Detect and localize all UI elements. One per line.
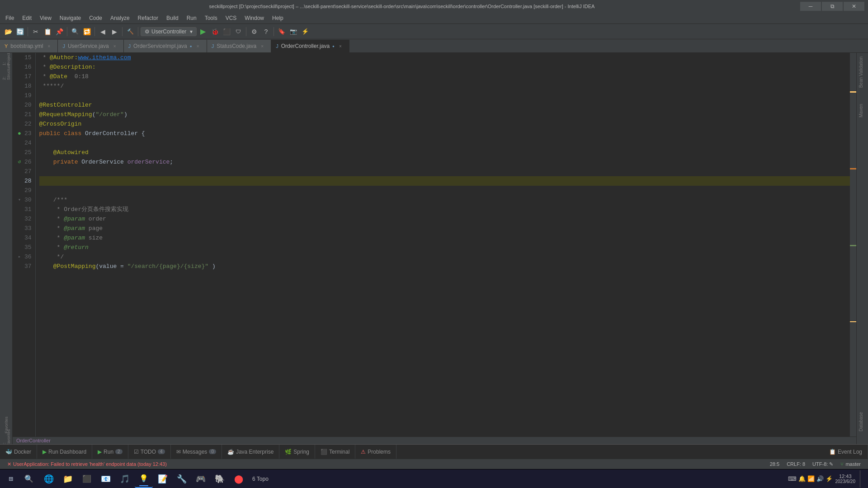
event-log-tab[interactable]: 📋 Event Log [824,445,868,459]
forward-button[interactable]: ▶ [109,26,120,37]
tray-icon-4[interactable]: 🔊 [816,475,824,482]
menu-vcs[interactable]: VCS [222,14,241,23]
taskbar-tools-app[interactable]: 🔧 [173,470,191,488]
menu-tools[interactable]: Tools [201,14,221,23]
messages-tab[interactable]: ✉ Messages 0 [171,445,222,459]
menu-navigate[interactable]: Navigate [56,14,85,23]
build-button[interactable]: 🔨 [125,26,136,37]
terminal-icon: ⬛ [321,449,327,455]
run-config-dropdown[interactable]: ⚙ UserController ▾ [141,27,197,36]
spring-tab[interactable]: 🌿 Spring [279,445,315,459]
tools-app-icon: 🔧 [177,474,187,484]
debug-button[interactable]: 🐞 [209,26,220,37]
sync-button[interactable]: 🔄 [14,26,25,37]
problems-tab[interactable]: ⚠ Problems [355,445,396,459]
menu-view[interactable]: View [36,14,55,23]
fold-icon-30[interactable]: ▾ [18,195,21,205]
restore-button[interactable]: ⧉ [822,2,843,11]
tray-icon-1[interactable]: ⌨ [788,475,797,482]
code-lines[interactable]: * @Author:www.itheima.com * @Description… [36,53,850,436]
tray-icon-5[interactable]: ⚡ [826,475,833,482]
status-error-item[interactable]: ✕ UserApplication: Failed to retrieve 'h… [4,459,170,469]
status-crlf[interactable]: CRLF: 8 [783,459,809,469]
status-git[interactable]: ⑂ master [837,459,864,469]
tab-user-service[interactable]: J UserService.java × [58,40,123,52]
coverage-button[interactable]: 🛡 [233,26,244,37]
tab-close-status-code[interactable]: × [259,43,265,49]
taskbar-time-text: 12:43 [835,474,856,479]
taskbar-clock[interactable]: 12:43 2023/6/20 [835,474,856,484]
taskbar-terminal[interactable]: ⬛ [78,470,96,488]
find-button[interactable]: 🔍 [70,26,80,37]
docker-tab[interactable]: 🐳 Docker [0,445,37,459]
status-encoding[interactable]: UTF-8: ✎ [809,459,837,469]
menu-code[interactable]: Code [85,14,106,23]
code-editor[interactable]: 15 16 17 18 [13,53,856,444]
taskbar-file-explorer[interactable]: 📁 [59,470,77,488]
replace-button[interactable]: 🔁 [81,26,92,37]
menu-edit[interactable]: Edit [19,14,35,23]
stop-button[interactable]: ⬛ [221,26,232,37]
run-dashboard-tab[interactable]: ▶ Run Dashboard [37,445,92,459]
git-icon: ⑂ [840,461,844,467]
line-numbers: 15 16 17 18 [13,53,36,436]
tab-close-user-service[interactable]: × [112,43,118,49]
toolbar-sep-3 [94,27,95,36]
minimize-button[interactable]: ─ [800,2,821,11]
show-desktop-button[interactable] [860,470,863,488]
fold-icon-36[interactable]: ▸ [18,252,21,262]
taskbar-chrome[interactable]: 🌐 [40,470,58,488]
close-button[interactable]: ✕ [844,2,864,11]
tray-icon-2[interactable]: 🔔 [798,475,806,482]
bean-validation-panel[interactable]: Bean Validation [857,53,868,91]
power-button[interactable]: ⚡ [300,26,311,37]
status-position[interactable]: 28:5 [766,459,783,469]
taskbar-elephant[interactable]: 🐘 [211,470,229,488]
favorites2-panel-icon[interactable]: 2: Favorites [0,432,13,444]
code-line-17: * @Date 0:18 [39,72,850,81]
maven-panel[interactable]: Maven [857,100,868,121]
bookmark-button[interactable]: 🔖 [276,26,287,37]
paste-button[interactable]: 📌 [54,26,65,37]
run-tab[interactable]: ▶ Run 2 [92,445,128,459]
status-bar: ✕ UserApplication: Failed to retrieve 'h… [0,459,868,469]
search-taskbar-icon: 🔍 [24,474,33,483]
back-button[interactable]: ◀ [97,26,108,37]
menu-build[interactable]: Build [163,14,182,23]
menu-help[interactable]: Help [269,14,287,23]
tab-status-code[interactable]: J StatusCode.java × [207,40,272,52]
taskbar-notepad[interactable]: 📝 [154,470,172,488]
taskbar-red-app[interactable]: ⬤ [230,470,248,488]
taskbar-media[interactable]: 🎵 [116,470,134,488]
todo-tab[interactable]: ☑ TODO 4 [128,445,171,459]
search-taskbar-button[interactable]: 🔍 [20,470,38,488]
terminal-tab[interactable]: ⬛ Terminal [315,445,355,459]
settings-button[interactable]: ⚙ [249,26,259,37]
copy-button[interactable]: 📋 [42,26,53,37]
taskbar-game[interactable]: 🎮 [192,470,210,488]
structure-panel-icon[interactable]: 2: Structure [0,66,13,78]
menu-refactor[interactable]: Refactor [134,14,162,23]
run-button[interactable]: ▶ [198,26,208,37]
menu-window[interactable]: Window [241,14,268,23]
tab-order-controller[interactable]: J OrderController.java ● × [271,40,349,52]
database-panel[interactable]: Database [857,408,868,435]
help-button[interactable]: ? [260,26,271,37]
tab-close-order-service-impl[interactable]: × [195,43,201,49]
code-line-23: public class OrderController { [39,129,850,138]
tray-icon-3[interactable]: 📶 [807,475,815,482]
open-button[interactable]: 📂 [3,26,14,37]
java-enterprise-tab[interactable]: ☕ Java Enterprise [222,445,279,459]
cut-button[interactable]: ✂ [30,26,41,37]
start-button[interactable]: ⊞ [2,470,20,488]
menu-run[interactable]: Run [183,14,200,23]
tab-order-service-impl[interactable]: J OrderServiceImpl.java ● × [124,40,207,52]
taskbar-mail[interactable]: 📧 [97,470,115,488]
menu-analyze[interactable]: Analyze [107,14,133,23]
tab-bootstrap-yml[interactable]: Y bootstrap.yml × [0,40,58,52]
menu-file[interactable]: File [2,14,18,23]
taskbar-idea[interactable]: 💡 [135,470,153,488]
tab-close-bootstrap[interactable]: × [46,43,52,49]
tab-close-order-controller[interactable]: × [337,43,344,49]
screenshot-button[interactable]: 📷 [288,26,299,37]
